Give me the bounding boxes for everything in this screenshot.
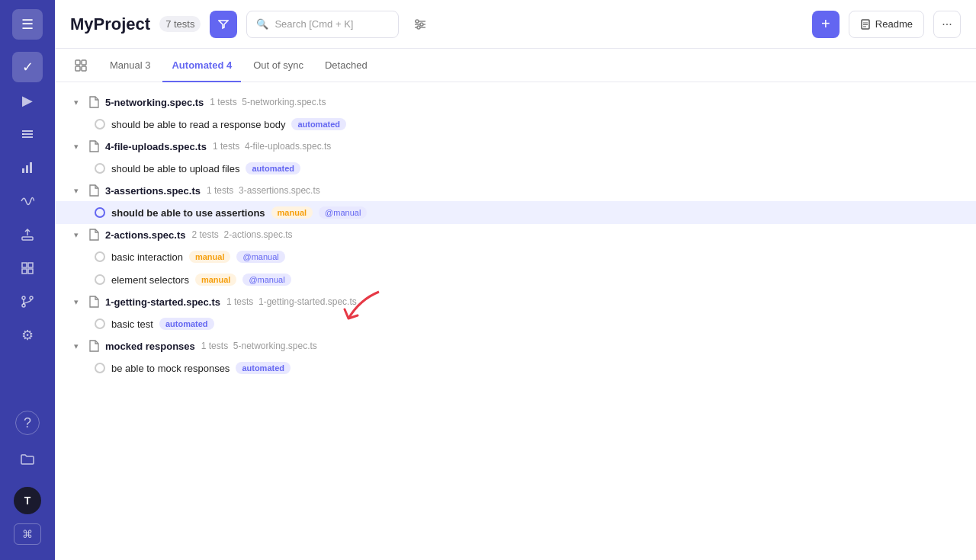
test-name: should be able to read a response body — [111, 119, 285, 130]
tabs-bar: Manual 3 Automated 4 Out of sync Detache… — [55, 49, 976, 82]
file-name-actions: 2-actions.spec.ts — [105, 229, 186, 241]
search-box[interactable]: 🔍 Search [Cmd + K] — [246, 11, 399, 38]
menu-icon[interactable]: ☰ — [12, 9, 43, 40]
svg-rect-28 — [82, 66, 86, 71]
tab-automated[interactable]: Automated 4 — [162, 49, 241, 82]
test-item[interactable]: element selectors manual @manual — [55, 268, 976, 291]
test-item[interactable]: be able to mock responses automated — [55, 357, 976, 379]
file-header-mocked[interactable]: ▾ mocked responses 1 tests 5-networking.… — [55, 335, 976, 357]
export-icon[interactable] — [12, 219, 43, 250]
tag-badge: @manual — [319, 206, 367, 219]
file-group-getting-started: ▾ 1-getting-started.spec.ts 1 tests 1-ge… — [55, 291, 976, 335]
play-icon[interactable]: ▶ — [12, 85, 43, 116]
cmd-shortcut[interactable]: ⌘ — [14, 523, 41, 545]
readme-label: Readme — [875, 18, 913, 30]
tab-out-of-sync[interactable]: Out of sync — [244, 49, 313, 82]
test-circle-icon — [95, 274, 105, 285]
chevron-down-icon: ▾ — [70, 230, 82, 240]
svg-rect-10 — [22, 269, 27, 274]
svg-rect-25 — [75, 60, 80, 65]
user-avatar[interactable]: T — [14, 487, 41, 514]
badge-automated: automated — [159, 318, 214, 330]
file-icon — [88, 96, 99, 108]
file-meta-getting-started: 1 tests 1-getting-started.spec.ts — [226, 296, 357, 307]
svg-rect-26 — [82, 60, 86, 65]
test-circle-icon — [95, 163, 105, 174]
tab-detached[interactable]: Detached — [316, 49, 377, 82]
help-icon[interactable]: ? — [15, 411, 40, 435]
bar-chart-icon[interactable] — [12, 253, 43, 283]
git-icon[interactable] — [12, 286, 43, 317]
readme-icon — [860, 19, 871, 30]
test-name: element selectors — [111, 274, 189, 286]
test-count-badge: 7 tests — [159, 16, 201, 32]
svg-rect-9 — [28, 263, 33, 267]
sidebar: ☰ ✓ ▶ — [0, 0, 55, 560]
file-group-uploads: ▾ 4-file-uploads.spec.ts 1 tests 4-file-… — [55, 136, 976, 180]
list-icon[interactable] — [12, 119, 43, 149]
folder-icon[interactable] — [12, 444, 43, 475]
chevron-down-icon: ▾ — [70, 186, 82, 196]
check-icon[interactable]: ✓ — [12, 52, 43, 82]
badge-manual: manual — [189, 251, 231, 263]
test-item-highlighted[interactable]: should be able to use assertions manual … — [55, 201, 976, 224]
svg-rect-5 — [26, 165, 28, 173]
test-name: be able to mock responses — [111, 363, 230, 374]
svg-rect-7 — [22, 237, 33, 240]
svg-rect-4 — [22, 168, 24, 173]
analytics-icon[interactable] — [12, 152, 43, 183]
more-button[interactable]: ··· — [933, 11, 961, 38]
content-area: ▾ 5-networking.spec.ts 1 tests 5-network… — [55, 82, 976, 560]
file-header-actions[interactable]: ▾ 2-actions.spec.ts 2 tests 2-actions.sp… — [55, 224, 976, 245]
svg-point-18 — [416, 20, 419, 23]
tune-icon[interactable] — [408, 12, 432, 37]
readme-button[interactable]: Readme — [849, 11, 924, 38]
chevron-down-icon: ▾ — [70, 297, 82, 307]
test-item[interactable]: basic interaction manual @manual — [55, 245, 976, 268]
svg-point-13 — [30, 296, 33, 299]
test-item[interactable]: basic test automated — [55, 312, 976, 335]
svg-point-14 — [22, 304, 25, 307]
file-meta-uploads: 1 tests 4-file-uploads.spec.ts — [213, 141, 331, 152]
svg-point-3 — [22, 133, 24, 135]
file-header-assertions[interactable]: ▾ 3-assertions.spec.ts 1 tests 3-asserti… — [55, 180, 976, 201]
file-group-mocked: ▾ mocked responses 1 tests 5-networking.… — [55, 335, 976, 379]
file-name-networking: 5-networking.spec.ts — [105, 97, 204, 108]
tab-list-icon — [70, 55, 92, 76]
svg-point-12 — [22, 296, 25, 299]
file-name-getting-started: 1-getting-started.spec.ts — [105, 296, 220, 308]
file-icon — [88, 296, 99, 308]
chevron-down-icon: ▾ — [70, 98, 82, 107]
file-group-assertions: ▾ 3-assertions.spec.ts 1 tests 3-asserti… — [55, 180, 976, 224]
test-name: basic test — [111, 318, 153, 330]
file-group-networking: ▾ 5-networking.spec.ts 1 tests 5-network… — [55, 91, 976, 136]
file-header-uploads[interactable]: ▾ 4-file-uploads.spec.ts 1 tests 4-file-… — [55, 136, 976, 157]
test-item[interactable]: should be able to read a response body a… — [55, 113, 976, 136]
project-title: MyProject — [70, 14, 150, 34]
wave-icon[interactable] — [12, 186, 43, 216]
test-circle-icon — [95, 251, 105, 262]
chevron-down-icon: ▾ — [70, 142, 82, 152]
svg-point-19 — [420, 23, 423, 26]
search-placeholder: Search [Cmd + K] — [274, 18, 353, 30]
file-header-networking[interactable]: ▾ 5-networking.spec.ts 1 tests 5-network… — [55, 91, 976, 113]
file-icon — [88, 340, 99, 352]
badge-automated: automated — [236, 362, 291, 374]
file-name-uploads: 4-file-uploads.spec.ts — [105, 141, 207, 152]
tag-badge: @manual — [242, 274, 291, 286]
svg-rect-6 — [30, 162, 32, 173]
filter-button[interactable] — [210, 11, 237, 38]
badge-manual: manual — [195, 274, 237, 286]
file-header-getting-started[interactable]: ▾ 1-getting-started.spec.ts 1 tests 1-ge… — [55, 291, 976, 312]
topbar: MyProject 7 tests 🔍 Search [Cmd + K] + — [55, 0, 976, 49]
file-name-assertions: 3-assertions.spec.ts — [105, 185, 201, 197]
tab-manual[interactable]: Manual 3 — [101, 49, 159, 82]
file-icon — [88, 140, 99, 152]
settings-icon[interactable]: ⚙ — [12, 320, 43, 350]
test-item[interactable]: should be able to upload files automated — [55, 157, 976, 180]
add-button[interactable]: + — [812, 11, 840, 38]
svg-point-20 — [417, 26, 420, 29]
svg-rect-27 — [75, 66, 80, 71]
test-circle-icon — [95, 318, 105, 329]
test-circle-icon — [95, 119, 105, 130]
